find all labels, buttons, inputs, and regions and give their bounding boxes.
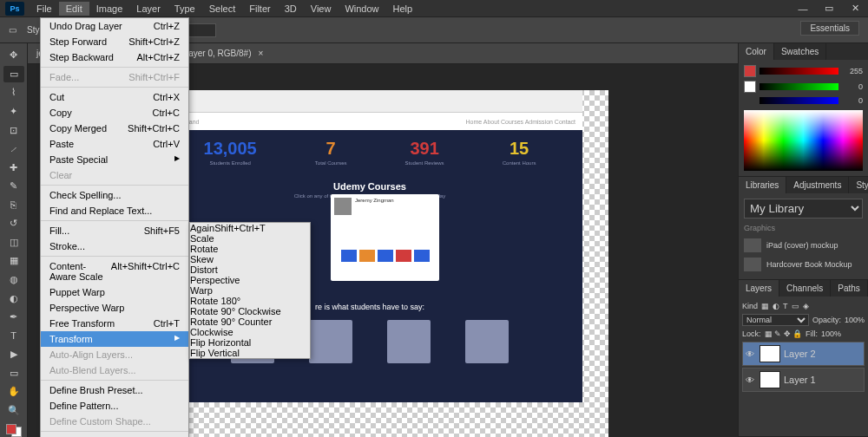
menu-item-free-transform[interactable]: Free TransformCtrl+T: [41, 316, 188, 331]
lasso-tool[interactable]: ⌇: [3, 84, 24, 101]
menu-item-stroke-[interactable]: Stroke...: [41, 238, 188, 254]
menu-filter[interactable]: Filter: [242, 2, 277, 16]
clone-stamp-tool[interactable]: ⎘: [3, 197, 24, 214]
filter-smart-icon[interactable]: ◈: [803, 302, 809, 310]
menu-window[interactable]: Window: [338, 2, 385, 16]
fg-color[interactable]: [6, 424, 16, 434]
menu-edit[interactable]: Edit: [59, 2, 89, 16]
tab-adjustments[interactable]: Adjustments: [786, 177, 849, 193]
menu-item-paste-special[interactable]: Paste Special▶: [41, 152, 188, 167]
maximize-button[interactable]: ▭: [816, 0, 842, 17]
visibility-icon[interactable]: 👁: [746, 375, 756, 385]
menu-item-step-backward[interactable]: Step BackwardAlt+Ctrl+Z: [41, 49, 188, 65]
submenu-item-again[interactable]: AgainShift+Ctrl+T: [190, 223, 310, 233]
menu-item-undo-drag-layer[interactable]: Undo Drag LayerCtrl+Z: [41, 18, 188, 34]
menu-item-perspective-warp[interactable]: Perspective Warp: [41, 300, 188, 316]
g-slider[interactable]: [760, 83, 838, 90]
library-select[interactable]: My Library: [744, 199, 863, 218]
blend-mode-select[interactable]: Normal: [742, 314, 809, 326]
menu-item-find-and-replace-text-[interactable]: Find and Replace Text...: [41, 203, 188, 218]
menu-type[interactable]: Type: [168, 2, 202, 16]
menu-item-auto-blend-layers-: Auto-Blend Layers...: [41, 362, 188, 378]
layer-row[interactable]: 👁Layer 1: [742, 368, 865, 392]
lock-icons[interactable]: ▦ ✎ ✥ 🔒: [765, 329, 803, 338]
eyedropper-tool[interactable]: ⟋: [3, 140, 24, 158]
filter-type-icon[interactable]: T: [783, 302, 788, 310]
hand-tool[interactable]: ✋: [3, 383, 24, 401]
submenu-item-distort[interactable]: Distort: [190, 264, 310, 275]
r-slider[interactable]: [760, 68, 838, 75]
submenu-item-flip-vertical[interactable]: Flip Vertical: [190, 348, 310, 358]
submenu-item-rotate[interactable]: Rotate: [190, 244, 310, 254]
spot-heal-tool[interactable]: ✚: [3, 159, 24, 176]
filter-shape-icon[interactable]: ▭: [792, 302, 799, 310]
library-item[interactable]: Hardcover Book Mockup: [744, 255, 863, 274]
menu-item-transform[interactable]: Transform▶: [41, 331, 188, 347]
eraser-tool[interactable]: ◫: [3, 234, 24, 251]
submenu-item-perspective[interactable]: Perspective: [190, 275, 310, 285]
submenu-item-scale[interactable]: Scale: [190, 233, 310, 244]
tab-libraries[interactable]: Libraries: [739, 177, 786, 193]
close-tab-icon[interactable]: ×: [258, 49, 263, 58]
submenu-item-rotate-clockwise[interactable]: Rotate 90° Clockwise: [190, 306, 310, 316]
path-select-tool[interactable]: ▶: [3, 346, 24, 363]
marquee-tool[interactable]: ▭: [3, 66, 24, 83]
minimize-button[interactable]: —: [790, 0, 816, 17]
panels-column: Color Swatches 255 0 0 Libraries Adjustm…: [738, 43, 868, 437]
blur-tool[interactable]: ◍: [3, 271, 24, 289]
menu-image[interactable]: Image: [89, 2, 130, 16]
close-button[interactable]: ✕: [842, 0, 868, 17]
filter-adjust-icon[interactable]: ◐: [773, 302, 779, 310]
tab-swatches[interactable]: Swatches: [774, 43, 826, 60]
menu-item-check-spelling-[interactable]: Check Spelling...: [41, 187, 188, 203]
visibility-icon[interactable]: 👁: [746, 349, 756, 359]
submenu-item-skew[interactable]: Skew: [190, 254, 310, 264]
type-tool[interactable]: T: [3, 327, 24, 344]
menu-help[interactable]: Help: [386, 2, 420, 16]
menu-item-copy[interactable]: CopyCtrl+C: [41, 105, 188, 121]
menu-layer[interactable]: Layer: [129, 2, 168, 16]
shape-tool[interactable]: ▭: [3, 365, 24, 382]
submenu-item-rotate-counter-clockwise[interactable]: Rotate 90° Counter Clockwise: [190, 316, 310, 337]
move-tool[interactable]: ✥: [3, 47, 24, 64]
menu-item-step-forward[interactable]: Step ForwardShift+Ctrl+Z: [41, 34, 188, 49]
submenu-item-warp[interactable]: Warp: [190, 285, 310, 296]
menu-3d[interactable]: 3D: [278, 2, 304, 16]
menu-item-content-aware-scale[interactable]: Content-Aware ScaleAlt+Shift+Ctrl+C: [41, 258, 188, 284]
zoom-tool[interactable]: 🔍: [3, 402, 24, 420]
crop-tool[interactable]: ⊡: [3, 121, 24, 139]
menu-item-cut[interactable]: CutCtrl+X: [41, 89, 188, 105]
tab-styles[interactable]: Styles: [849, 177, 868, 193]
brush-tool[interactable]: ✎: [3, 178, 24, 195]
history-brush-tool[interactable]: ↺: [3, 215, 24, 232]
magic-wand-tool[interactable]: ✦: [3, 103, 24, 121]
menu-item-fill-[interactable]: Fill...Shift+F5: [41, 223, 188, 238]
menu-item-define-pattern-[interactable]: Define Pattern...: [41, 398, 188, 414]
b-slider[interactable]: [760, 97, 838, 104]
stat: 15Content Hours: [503, 139, 536, 166]
color-spectrum[interactable]: [744, 110, 863, 171]
menu-view[interactable]: View: [304, 2, 339, 16]
menu-item-puppet-warp[interactable]: Puppet Warp: [41, 284, 188, 300]
pen-tool[interactable]: ✒: [3, 309, 24, 326]
menu-item-paste[interactable]: PasteCtrl+V: [41, 136, 188, 152]
tab-color[interactable]: Color: [739, 43, 774, 60]
submenu-item-rotate-[interactable]: Rotate 180°: [190, 296, 310, 306]
layer-row[interactable]: 👁Layer 2: [742, 342, 865, 366]
filter-pixel-icon[interactable]: ▦: [761, 302, 769, 310]
menu-item-purge[interactable]: Purge▶: [41, 434, 188, 437]
library-item[interactable]: iPad (cover) mockup: [744, 236, 863, 255]
dodge-tool[interactable]: ◐: [3, 290, 24, 307]
tab-channels[interactable]: Channels: [779, 280, 831, 297]
submenu-item-flip-horizontal[interactable]: Flip Horizontal: [190, 337, 310, 348]
tab-paths[interactable]: Paths: [831, 280, 868, 297]
color-swatch[interactable]: [6, 424, 22, 437]
workspace-switcher[interactable]: Essentials: [800, 21, 859, 36]
avatar: [465, 320, 509, 363]
tab-layers[interactable]: Layers: [739, 280, 779, 297]
menu-file[interactable]: File: [30, 2, 59, 16]
gradient-tool[interactable]: ▦: [3, 252, 24, 270]
menu-item-copy-merged[interactable]: Copy MergedShift+Ctrl+C: [41, 121, 188, 136]
menu-select[interactable]: Select: [202, 2, 243, 16]
menu-item-define-brush-preset-[interactable]: Define Brush Preset...: [41, 382, 188, 398]
